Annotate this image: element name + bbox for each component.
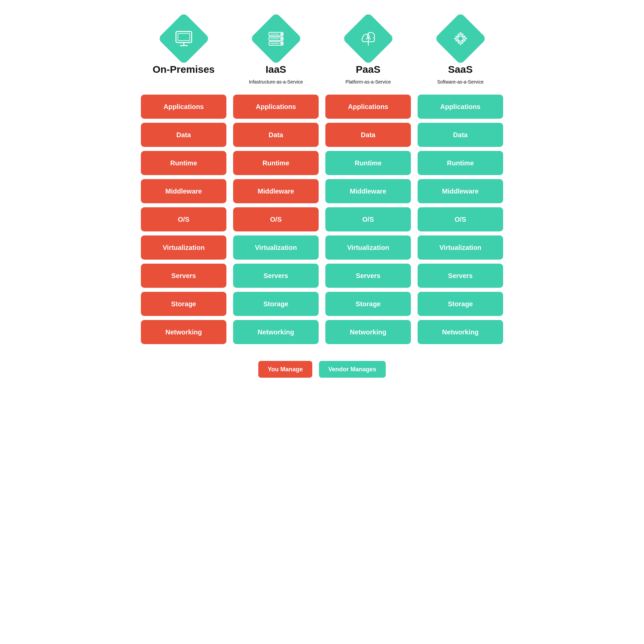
you-manage-label: You Manage	[258, 361, 312, 378]
cell-0-0: Applications	[141, 95, 226, 119]
cell-2-0: Applications	[325, 95, 411, 119]
cell-1-3: Middleware	[233, 179, 319, 203]
cell-2-8: Networking	[325, 320, 411, 344]
server-icon	[250, 12, 302, 65]
cell-3-7: Storage	[418, 292, 503, 316]
cell-2-5: Virtualization	[325, 235, 411, 260]
cell-1-0: Applications	[233, 95, 319, 119]
cell-0-2: Runtime	[141, 151, 226, 175]
cell-3-6: Servers	[418, 264, 503, 288]
cell-3-3: Middleware	[418, 179, 503, 203]
column-paas: PaaS Platform-as-a-Service	[325, 20, 411, 85]
svg-point-17	[367, 35, 369, 37]
paas-title: PaaS	[356, 64, 380, 75]
cell-2-2: Runtime	[325, 151, 411, 175]
vendor-manages-label: Vendor Manages	[319, 361, 386, 378]
cell-0-5: Virtualization	[141, 235, 226, 260]
cell-2-4: O/S	[325, 207, 411, 231]
svg-point-19	[458, 36, 463, 41]
cell-2-7: Storage	[325, 292, 411, 316]
column-on-premises: On-Premises	[141, 20, 226, 85]
iaas-title: IaaS	[266, 64, 286, 75]
cell-2-6: Servers	[325, 264, 411, 288]
on-premises-title: On-Premises	[153, 64, 215, 75]
cell-0-3: Middleware	[141, 179, 226, 203]
gear-icon	[434, 12, 487, 65]
cell-0-1: Data	[141, 123, 226, 147]
header-row: On-Premises IaaS Infastructure-as-	[141, 20, 503, 85]
legend: You Manage Vendor Manages	[258, 361, 386, 378]
column-iaas: IaaS Infastructure-as-a-Service	[233, 20, 319, 85]
saas-subtitle: Software-as-a-Service	[437, 79, 484, 85]
cloud-icon	[342, 12, 394, 65]
monitor-icon	[158, 12, 210, 65]
svg-rect-4	[178, 34, 190, 41]
cell-3-1: Data	[418, 123, 503, 147]
page-container: On-Premises IaaS Infastructure-as-	[141, 20, 503, 378]
cell-1-7: Storage	[233, 292, 319, 316]
cell-3-2: Runtime	[418, 151, 503, 175]
cell-1-4: O/S	[233, 207, 319, 231]
saas-title: SaaS	[448, 64, 473, 75]
cell-3-4: O/S	[418, 207, 503, 231]
cell-1-2: Runtime	[233, 151, 319, 175]
cell-0-8: Networking	[141, 320, 226, 344]
cell-0-7: Storage	[141, 292, 226, 316]
cell-3-0: Applications	[418, 95, 503, 119]
cell-1-5: Virtualization	[233, 235, 319, 260]
cell-0-4: O/S	[141, 207, 226, 231]
cell-3-8: Networking	[418, 320, 503, 344]
cell-2-1: Data	[325, 123, 411, 147]
iaas-subtitle: Infastructure-as-a-Service	[249, 79, 303, 85]
column-saas: SaaS Software-as-a-Service	[418, 20, 503, 85]
paas-subtitle: Platform-as-a-Service	[345, 79, 391, 85]
cell-1-1: Data	[233, 123, 319, 147]
cell-0-6: Servers	[141, 264, 226, 288]
cell-2-3: Middleware	[325, 179, 411, 203]
cell-1-6: Servers	[233, 264, 319, 288]
comparison-grid: ApplicationsApplicationsApplicationsAppl…	[141, 95, 503, 344]
cell-3-5: Virtualization	[418, 235, 503, 260]
cell-1-8: Networking	[233, 320, 319, 344]
svg-point-10	[281, 43, 282, 44]
svg-point-9	[281, 38, 282, 40]
svg-point-8	[281, 33, 282, 35]
